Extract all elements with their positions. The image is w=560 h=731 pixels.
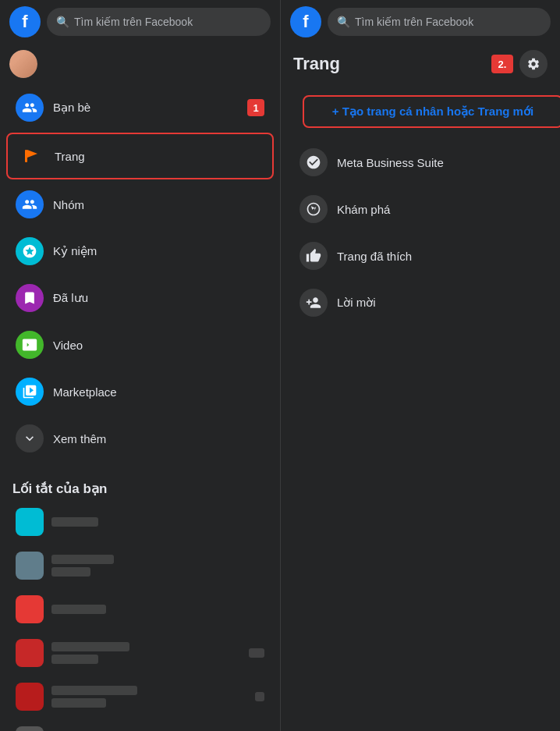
xem-them-icon — [16, 424, 44, 452]
search-placeholder-left: Tìm kiếm trên Facebook — [74, 16, 193, 28]
loi-moi-label: Lời mời — [337, 296, 376, 310]
search-icon-right: 🔍 — [337, 16, 350, 28]
shortcut-text-4a — [51, 642, 129, 651]
nav-item-marketplace[interactable]: Marketplace — [6, 370, 274, 413]
trang-da-thich-icon — [299, 242, 328, 270]
shortcut-text-3a — [51, 605, 106, 614]
trang-label: Trang — [55, 150, 85, 163]
shortcut-text-4b — [51, 655, 98, 664]
shortcut-label-4 — [51, 642, 241, 664]
ban-be-icon — [16, 94, 44, 122]
trang-da-thich-label: Trang đã thích — [337, 250, 412, 263]
video-icon — [16, 331, 44, 359]
search-placeholder-right: Tìm kiếm trên Facebook — [355, 16, 473, 28]
shortcuts-title: Lối tắt của bạn — [0, 474, 280, 500]
shortcut-item-6[interactable] — [6, 720, 274, 731]
nav-item-xem-them[interactable]: Xem thêm — [6, 417, 274, 460]
shortcut-text-2a — [51, 555, 114, 564]
shortcut-label-5 — [51, 686, 247, 708]
shortcut-item-2[interactable] — [6, 545, 274, 586]
shortcut-text-5a — [51, 686, 137, 695]
right-menu-loi-moi[interactable]: Lời mời — [287, 281, 554, 325]
video-label: Video — [53, 339, 83, 352]
loi-moi-icon — [299, 289, 328, 317]
shortcut-text-2b — [51, 567, 90, 577]
nav-item-video[interactable]: Video — [6, 323, 274, 367]
meta-business-icon — [299, 148, 328, 176]
nav-item-nhom[interactable]: Nhóm — [6, 183, 274, 226]
shortcut-label-3 — [51, 605, 264, 614]
svg-marker-1 — [27, 150, 37, 158]
right-panel: f 🔍 Tìm kiếm trên Facebook Trang 2. + Tạ… — [281, 0, 560, 731]
left-panel: f 🔍 Tìm kiếm trên Facebook Bạn bè 1 Tran… — [0, 0, 281, 731]
create-page-button[interactable]: + Tạo trang cá nhân hoặc Trang mới — [303, 95, 560, 128]
shortcut-extra-4 — [249, 648, 264, 658]
shortcut-extra-5 — [255, 692, 264, 701]
kham-pha-icon — [299, 195, 328, 223]
avatar[interactable] — [9, 50, 37, 78]
marketplace-label: Marketplace — [53, 385, 117, 399]
svg-rect-0 — [25, 150, 27, 162]
shortcut-item-3[interactable] — [6, 589, 274, 630]
da-luu-icon — [16, 284, 44, 312]
ky-niem-label: Kỷ niệm — [53, 244, 97, 258]
right-panel-title: Trang — [293, 54, 340, 74]
nav-item-trang[interactable]: Trang — [6, 133, 274, 179]
marketplace-icon — [16, 378, 44, 406]
shortcut-item-5[interactable] — [6, 676, 274, 717]
right-panel-actions: 2. — [491, 50, 548, 78]
nhom-label: Nhóm — [53, 198, 84, 211]
da-luu-label: Đã lưu — [53, 291, 88, 305]
fb-logo-right[interactable]: f — [290, 6, 321, 37]
search-icon-left: 🔍 — [56, 16, 69, 28]
trang-icon — [17, 142, 45, 170]
search-bar-right[interactable]: 🔍 Tìm kiếm trên Facebook — [328, 8, 551, 36]
left-header: f 🔍 Tìm kiếm trên Facebook — [0, 0, 280, 44]
ky-niem-icon — [16, 237, 44, 265]
search-bar-left[interactable]: 🔍 Tìm kiếm trên Facebook — [47, 8, 271, 36]
user-row[interactable] — [0, 44, 280, 84]
shortcut-icon-1 — [16, 508, 44, 536]
shortcut-label-2 — [51, 555, 264, 577]
right-title-row: Trang 2. — [281, 44, 560, 84]
shortcut-icon-4 — [16, 639, 44, 667]
kham-pha-label: Khám phá — [337, 203, 390, 216]
nav-item-ban-be[interactable]: Bạn bè 1 — [6, 86, 274, 130]
shortcut-icon-5 — [16, 683, 44, 711]
avatar-image — [9, 50, 37, 78]
right-menu-meta-business[interactable]: Meta Business Suite — [287, 140, 554, 184]
shortcut-text-5b — [51, 698, 106, 708]
create-page-btn-wrapper: + Tạo trang cá nhân hoặc Trang mới — [290, 89, 551, 134]
shortcut-label-1 — [51, 517, 264, 527]
shortcut-icon-3 — [16, 595, 44, 623]
right-menu-trang-da-thich[interactable]: Trang đã thích — [287, 234, 554, 278]
shortcut-icon-2 — [16, 552, 44, 580]
ban-be-label: Bạn bè — [53, 101, 90, 115]
shortcut-item-4[interactable] — [6, 633, 274, 673]
fb-logo-left[interactable]: f — [9, 6, 41, 37]
nav-item-da-luu[interactable]: Đã lưu — [6, 276, 274, 320]
meta-business-label: Meta Business Suite — [337, 156, 444, 169]
nhom-icon — [16, 190, 44, 218]
ban-be-badge: 1 — [247, 99, 264, 116]
right-menu-kham-pha[interactable]: Khám phá — [287, 187, 554, 231]
shortcut-icon-6 — [16, 726, 44, 731]
right-panel-badge: 2. — [491, 55, 513, 73]
settings-button[interactable] — [519, 50, 548, 78]
shortcut-text-1a — [51, 517, 98, 527]
shortcut-item-1[interactable] — [6, 502, 274, 542]
xem-them-label: Xem thêm — [53, 432, 106, 445]
nav-item-ky-niem[interactable]: Kỷ niệm — [6, 229, 274, 273]
right-header: f 🔍 Tìm kiếm trên Facebook — [281, 0, 560, 44]
